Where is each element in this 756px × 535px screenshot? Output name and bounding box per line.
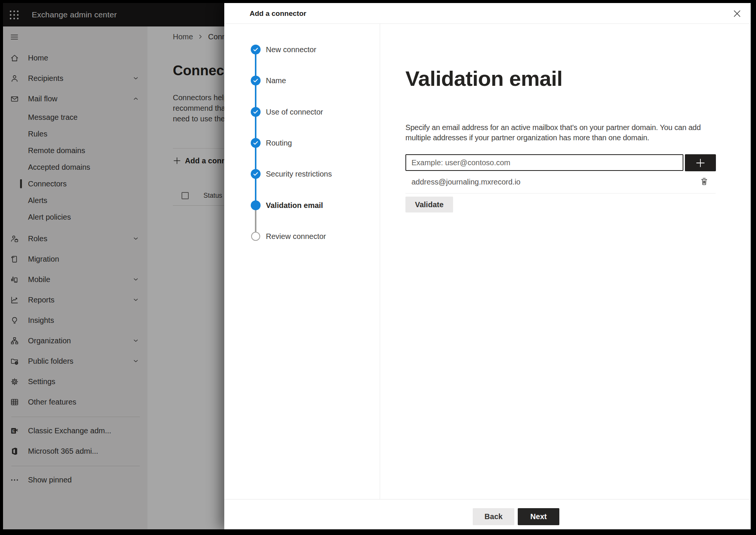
- check-icon: [253, 109, 258, 115]
- step-completed-dot: [251, 45, 261, 54]
- check-icon: [253, 47, 258, 52]
- step-review-connector[interactable]: Review connector: [251, 231, 326, 241]
- dialog-footer: Back Next: [224, 499, 751, 529]
- step-name[interactable]: Name: [251, 76, 286, 85]
- add-email-button[interactable]: [685, 154, 716, 171]
- address-list-divider: [405, 193, 716, 194]
- step-heading: Validation email: [405, 66, 562, 91]
- step-completed-dot: [251, 76, 261, 85]
- step-use-of-connector[interactable]: Use of connector: [251, 107, 323, 117]
- back-button[interactable]: Back: [473, 508, 514, 525]
- dialog-header: Add a connector: [224, 3, 751, 24]
- wizard-steps: New connector Name Use of connector: [224, 24, 380, 499]
- check-icon: [253, 78, 258, 83]
- step-current-dot: [251, 200, 261, 210]
- check-icon: [253, 171, 258, 177]
- plus-icon: [695, 158, 706, 168]
- step-completed-dot: [251, 138, 261, 148]
- step-new-connector[interactable]: New connector: [251, 45, 316, 54]
- validate-button[interactable]: Validate: [405, 197, 453, 212]
- step-validation-email[interactable]: Validation email: [251, 200, 323, 210]
- delete-address-button[interactable]: [699, 176, 710, 187]
- validation-email-panel: Validation email Specify an email addres…: [380, 24, 751, 499]
- exchange-admin-app: Exchange admin center Home Recipients: [3, 3, 751, 529]
- step-upcoming-dot: [251, 232, 260, 241]
- next-button[interactable]: Next: [518, 508, 559, 525]
- close-icon: [732, 9, 742, 19]
- check-icon: [253, 140, 258, 146]
- step-routing[interactable]: Routing: [251, 138, 292, 148]
- wizard-rail-completed: [255, 50, 256, 205]
- step-completed-dot: [251, 107, 261, 117]
- trash-icon: [699, 177, 709, 186]
- close-button[interactable]: [732, 8, 742, 19]
- step-security-restrictions[interactable]: Security restrictions: [251, 169, 332, 179]
- validation-email-input[interactable]: [405, 154, 683, 171]
- dialog-title: Add a connector: [250, 3, 306, 24]
- step-description: Specify an email address for an active m…: [405, 123, 701, 143]
- step-completed-dot: [251, 169, 261, 179]
- validation-address: address@journaling.mxrecord.io: [411, 178, 520, 186]
- add-connector-dialog: Add a connector New connector: [224, 3, 751, 529]
